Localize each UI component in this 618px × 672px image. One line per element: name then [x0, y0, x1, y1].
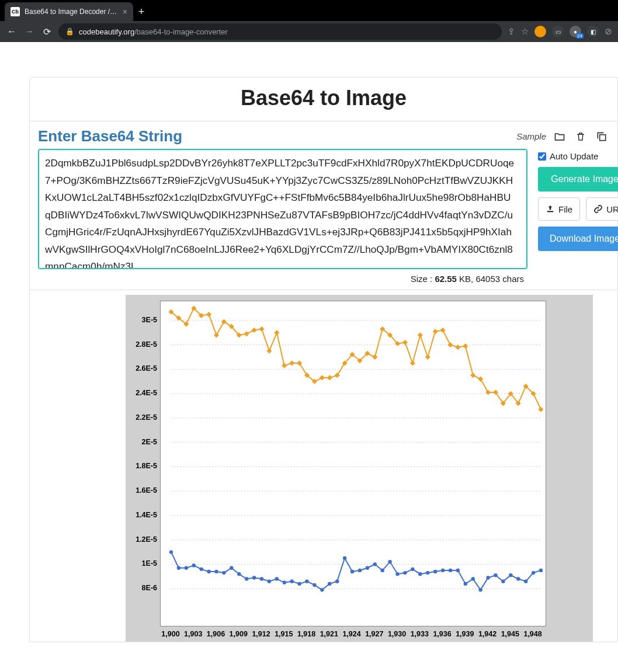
- svg-point-51: [449, 569, 452, 572]
- x-tick: 1,906: [207, 630, 225, 638]
- svg-rect-113: [538, 407, 543, 412]
- svg-point-48: [426, 571, 429, 574]
- svg-rect-74: [244, 331, 249, 336]
- svg-rect-100: [440, 328, 446, 333]
- svg-point-56: [486, 576, 489, 579]
- svg-point-35: [328, 582, 331, 586]
- svg-point-16: [185, 566, 188, 570]
- svg-point-55: [478, 588, 482, 591]
- svg-point-59: [509, 573, 512, 577]
- svg-point-23: [237, 572, 241, 576]
- svg-rect-86: [335, 372, 340, 378]
- extension-2-icon[interactable]: ▭: [552, 26, 564, 37]
- svg-rect-106: [485, 390, 491, 395]
- svg-point-40: [366, 566, 369, 570]
- svg-point-61: [524, 580, 527, 583]
- base64-input[interactable]: [38, 149, 527, 269]
- address-bar[interactable]: 🔒 codebeautify.org/base64-to-image-conve…: [58, 23, 502, 40]
- svg-rect-85: [327, 375, 332, 380]
- svg-point-22: [230, 566, 233, 570]
- browser-tab[interactable]: Cb Base64 to Image Decoder / Conv ×: [5, 2, 133, 21]
- tab-favicon: Cb: [11, 7, 20, 16]
- svg-point-52: [456, 569, 460, 572]
- trash-icon[interactable]: [573, 129, 588, 144]
- svg-point-53: [464, 582, 467, 586]
- svg-point-42: [381, 569, 384, 572]
- generate-button[interactable]: Generate Image: [538, 167, 618, 191]
- extension-5-icon[interactable]: ⊘: [605, 26, 612, 37]
- svg-point-57: [494, 573, 497, 577]
- svg-rect-0: [600, 134, 606, 140]
- svg-point-15: [177, 566, 180, 570]
- svg-rect-104: [470, 372, 475, 378]
- svg-point-26: [260, 577, 263, 580]
- new-tab-button[interactable]: +: [133, 2, 150, 21]
- svg-point-19: [207, 570, 210, 573]
- svg-point-60: [516, 577, 520, 580]
- size-info: Size : 62.55 KB, 64053 chars: [38, 274, 527, 284]
- file-button[interactable]: File: [538, 197, 580, 221]
- svg-rect-84: [320, 375, 325, 380]
- svg-point-37: [343, 556, 346, 560]
- svg-point-44: [395, 572, 399, 576]
- svg-point-33: [313, 583, 316, 587]
- svg-point-34: [320, 588, 324, 591]
- sample-link[interactable]: Sample: [516, 131, 546, 141]
- svg-point-31: [297, 582, 301, 586]
- svg-rect-80: [289, 360, 294, 365]
- x-tick: 1,924: [342, 630, 360, 638]
- x-tick: 1,918: [297, 630, 315, 638]
- svg-rect-70: [214, 332, 219, 337]
- x-tick: 1,903: [184, 630, 202, 638]
- y-tick: 1.8E-5: [136, 462, 157, 470]
- svg-point-45: [403, 571, 407, 574]
- section-label: Enter Base64 String: [38, 127, 511, 145]
- x-tick: 1,912: [252, 630, 270, 638]
- svg-point-54: [471, 577, 475, 580]
- svg-rect-95: [402, 340, 408, 345]
- svg-rect-96: [410, 360, 415, 365]
- reload-button[interactable]: ⟳: [41, 26, 53, 37]
- x-tick: 1,921: [320, 630, 338, 638]
- y-tick: 1E-5: [142, 559, 157, 567]
- svg-point-21: [222, 571, 225, 574]
- svg-point-58: [501, 580, 505, 583]
- svg-point-43: [388, 560, 391, 563]
- svg-point-47: [418, 572, 422, 576]
- url-button[interactable]: URL: [586, 197, 618, 221]
- extension-1-icon[interactable]: [534, 26, 546, 37]
- forward-button[interactable]: →: [23, 26, 35, 37]
- x-tick: 1,945: [501, 630, 519, 638]
- browser-chrome: Cb Base64 to Image Decoder / Conv × + ← …: [0, 0, 618, 42]
- back-button[interactable]: ←: [6, 26, 18, 37]
- lock-icon: 🔒: [65, 27, 74, 36]
- svg-rect-76: [259, 326, 264, 332]
- auto-update-checkbox[interactable]: Auto Update: [538, 151, 618, 161]
- tab-close-icon[interactable]: ×: [123, 7, 127, 16]
- svg-point-49: [433, 570, 437, 573]
- chart-plot-area: [160, 301, 546, 626]
- bookmark-icon[interactable]: ☆: [521, 26, 529, 37]
- svg-rect-103: [463, 343, 468, 349]
- x-tick: 1,948: [523, 630, 541, 638]
- x-tick: 1,930: [388, 630, 406, 638]
- svg-point-29: [283, 581, 286, 584]
- x-tick: 1,939: [456, 630, 474, 638]
- url-path: /base64-to-image-converter: [134, 27, 228, 36]
- y-tick: 2.2E-5: [136, 413, 157, 422]
- svg-point-41: [373, 562, 377, 566]
- copy-icon[interactable]: [594, 129, 609, 144]
- open-folder-icon[interactable]: [552, 129, 567, 144]
- auto-update-input[interactable]: [538, 152, 546, 161]
- download-button[interactable]: Download Image: [538, 227, 618, 251]
- y-tick: 3E-5: [142, 316, 157, 324]
- svg-point-27: [268, 580, 271, 583]
- y-tick: 2.6E-5: [136, 364, 157, 372]
- extension-3-icon[interactable]: ●24: [570, 26, 581, 37]
- svg-point-18: [199, 567, 203, 571]
- extension-4-icon[interactable]: ◧: [587, 26, 599, 37]
- x-tick: 1,900: [161, 630, 179, 638]
- y-tick: 1.4E-5: [136, 511, 157, 519]
- share-icon[interactable]: ⇪: [508, 26, 515, 37]
- svg-point-46: [411, 567, 414, 571]
